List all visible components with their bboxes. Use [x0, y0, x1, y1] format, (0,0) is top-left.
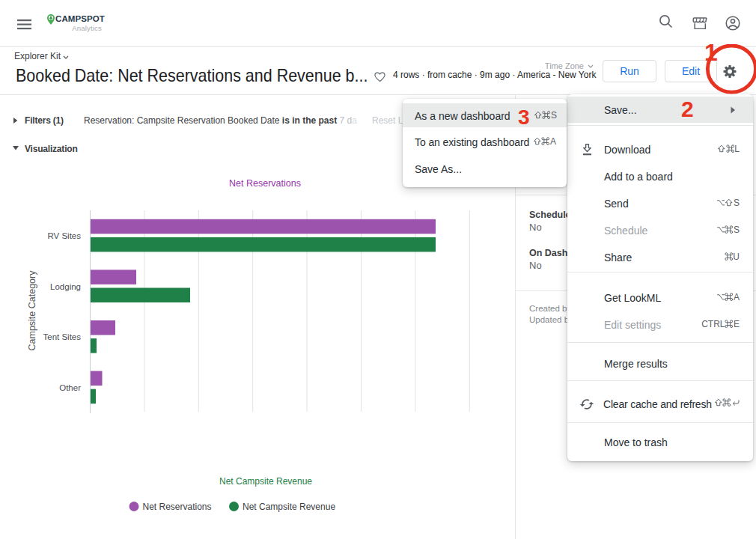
svg-text:RV Sites: RV Sites: [47, 231, 81, 240]
svg-text:Tent Sites: Tent Sites: [43, 332, 82, 341]
svg-text:Net Reservations: Net Reservations: [143, 502, 212, 512]
svg-text:Net Campsite Revenue: Net Campsite Revenue: [219, 476, 312, 487]
svg-text:Lodging: Lodging: [50, 282, 81, 291]
svg-text:Campsite Category: Campsite Category: [27, 270, 37, 351]
svg-text:Net Reservations: Net Reservations: [229, 178, 301, 189]
svg-text:Other: Other: [59, 383, 81, 392]
svg-text:Net Campsite Revenue: Net Campsite Revenue: [243, 502, 335, 512]
